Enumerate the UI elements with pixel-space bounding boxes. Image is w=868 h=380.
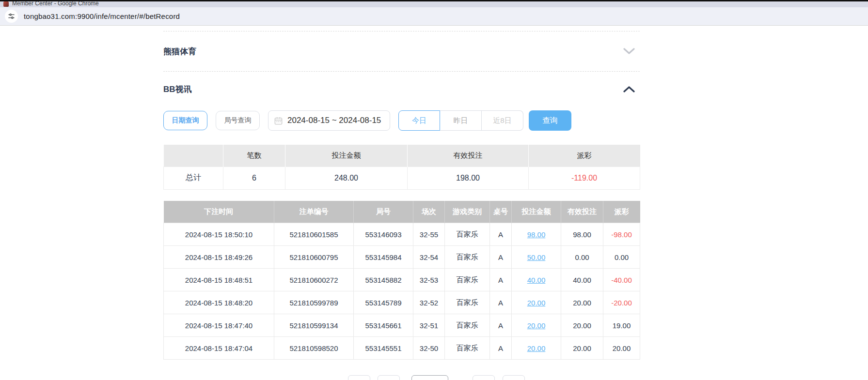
bet-record-row: 2024-08-15 18:50:10 521810601585 5531460…: [164, 223, 640, 246]
filter-toolbar: 日期查询 局号查询 2024-08-15 ~ 2024-08-15 今日 昨日 …: [163, 110, 640, 131]
date-range-input[interactable]: 2024-08-15 ~ 2024-08-15: [268, 110, 390, 131]
last-8-days-button[interactable]: 近8日: [482, 110, 523, 131]
section-title-panda-sports: 熊猫体育: [163, 46, 196, 57]
bet-detail-table: 下注时间 注单编号 局号 场次 游戏类别 桌号 投注金额 有效投注 派彩 202…: [163, 201, 640, 360]
summary-header-count: 笔数: [223, 145, 285, 167]
summary-header-valid-bet: 有效投注: [408, 145, 529, 167]
header-game-type: 游戏类别: [445, 201, 490, 223]
header-valid-bet: 有效投注: [561, 201, 603, 223]
detail-header-row: 下注时间 注单编号 局号 场次 游戏类别 桌号 投注金额 有效投注 派彩: [164, 201, 640, 223]
cell-bet-time: 2024-08-15 18:49:26: [164, 246, 274, 269]
header-table-number: 桌号: [490, 201, 512, 223]
cell-bet-number: 521810601585: [274, 223, 354, 246]
cell-valid-bet: 20.00: [561, 337, 603, 360]
cell-session: 32-52: [413, 291, 445, 314]
cell-bet-time: 2024-08-15 18:47:04: [164, 337, 274, 360]
section-divider: [163, 71, 640, 72]
cell-table-number: A: [490, 314, 512, 337]
cell-table-number: A: [490, 246, 512, 269]
cell-bet-number: 521810599789: [274, 291, 354, 314]
cell-bet-time: 2024-08-15 18:48:20: [164, 291, 274, 314]
round-query-tab[interactable]: 局号查询: [216, 111, 260, 130]
cell-bet-number: 521810600795: [274, 246, 354, 269]
search-button[interactable]: 查询: [529, 110, 571, 131]
header-round-number: 局号: [354, 201, 413, 223]
header-bet-time: 下注时间: [164, 201, 274, 223]
summary-total-row: 总计 6 248.00 198.00 -119.00: [164, 167, 640, 189]
header-payout: 派彩: [603, 201, 640, 223]
summary-table: 笔数 投注金额 有效投注 派彩 总计 6 248.00 198.00 -119.…: [163, 145, 640, 190]
summary-count-value: 6: [223, 167, 285, 189]
calendar-icon: [274, 117, 283, 125]
chevron-down-icon[interactable]: [623, 48, 635, 55]
yesterday-button[interactable]: 昨日: [440, 110, 482, 131]
bet-amount-link[interactable]: 20.00: [527, 299, 546, 307]
cell-table-number: A: [490, 337, 512, 360]
cell-game-type: 百家乐: [445, 314, 490, 337]
bet-amount-link[interactable]: 98.00: [527, 230, 546, 239]
cell-bet-amount: 20.00: [512, 337, 561, 360]
bet-record-row: 2024-08-15 18:47:40 521810599134 5531456…: [164, 314, 640, 337]
pagination-next-button[interactable]: [473, 375, 495, 380]
cell-session: 32-51: [413, 314, 445, 337]
cell-bet-amount: 20.00: [512, 291, 561, 314]
summary-header-empty: [164, 145, 223, 167]
bet-amount-link[interactable]: 20.00: [527, 344, 546, 352]
cell-round-number: 553145661: [354, 314, 413, 337]
summary-header-bet-amount: 投注金额: [285, 145, 408, 167]
header-session: 场次: [413, 201, 445, 223]
cell-round-number: 553145789: [354, 291, 413, 314]
header-bet-number: 注单编号: [274, 201, 354, 223]
pagination-jump-button[interactable]: [503, 375, 525, 380]
window-titlebar: Member Center - Google Chrome: [0, 0, 868, 7]
cell-valid-bet: 98.00: [561, 223, 603, 246]
bet-record-page: 熊猫体育 BB视讯 日期查询 局号查询 2024-08-15 ~ 2024-08…: [163, 31, 640, 380]
site-favicon-icon: [3, 1, 9, 7]
cell-bet-number: 521810598520: [274, 337, 354, 360]
cell-valid-bet: 40.00: [561, 269, 603, 291]
cell-bet-amount: 20.00: [512, 314, 561, 337]
cell-valid-bet: 20.00: [561, 291, 603, 314]
date-range-value: 2024-08-15 ~ 2024-08-15: [287, 116, 381, 125]
cell-game-type: 百家乐: [445, 269, 490, 291]
bet-record-row: 2024-08-15 18:47:04 521810598520 5531455…: [164, 337, 640, 360]
cell-payout: 20.00: [603, 337, 640, 360]
cell-payout: 0.00: [603, 246, 640, 269]
cell-table-number: A: [490, 269, 512, 291]
cell-bet-time: 2024-08-15 18:47:40: [164, 314, 274, 337]
section-bb-video[interactable]: BB视讯: [163, 78, 640, 100]
summary-bet-amount-value: 248.00: [285, 167, 408, 189]
url-text[interactable]: tongbao31.com:9900/infe/mcenter/#/betRec…: [24, 12, 180, 20]
pagination-prev-button[interactable]: [348, 375, 370, 380]
cell-valid-bet: 20.00: [561, 314, 603, 337]
today-button[interactable]: 今日: [398, 110, 440, 131]
cell-session: 32-54: [413, 246, 445, 269]
cell-session: 32-53: [413, 269, 445, 291]
cell-bet-time: 2024-08-15 18:50:10: [164, 223, 274, 246]
cell-round-number: 553146093: [354, 223, 413, 246]
bet-amount-link[interactable]: 40.00: [527, 276, 546, 284]
bet-amount-link[interactable]: 20.00: [527, 321, 546, 330]
window-title: Member Center - Google Chrome: [12, 0, 99, 7]
cell-game-type: 百家乐: [445, 291, 490, 314]
chevron-up-icon[interactable]: [623, 86, 635, 92]
pagination-bar: [163, 375, 640, 380]
summary-total-label: 总计: [164, 167, 223, 189]
browser-url-bar[interactable]: tongbao31.com:9900/infe/mcenter/#/betRec…: [0, 7, 868, 26]
section-title-bb-video: BB视讯: [163, 84, 192, 95]
pagination-page-size-select[interactable]: [411, 375, 448, 380]
quick-date-group: 今日 昨日 近8日: [398, 110, 523, 131]
cell-payout: -98.00: [603, 223, 640, 246]
cell-round-number: 553145984: [354, 246, 413, 269]
pagination-page-button[interactable]: [378, 375, 400, 380]
cell-table-number: A: [490, 223, 512, 246]
summary-valid-bet-value: 198.00: [408, 167, 529, 189]
cell-session: 32-55: [413, 223, 445, 246]
site-settings-icon[interactable]: [5, 10, 18, 23]
section-panda-sports[interactable]: 熊猫体育: [163, 31, 640, 71]
cell-round-number: 553145551: [354, 337, 413, 360]
date-query-tab[interactable]: 日期查询: [163, 111, 207, 130]
bet-amount-link[interactable]: 50.00: [527, 253, 546, 261]
cell-payout: -40.00: [603, 269, 640, 291]
summary-payout-value: -119.00: [529, 167, 640, 189]
